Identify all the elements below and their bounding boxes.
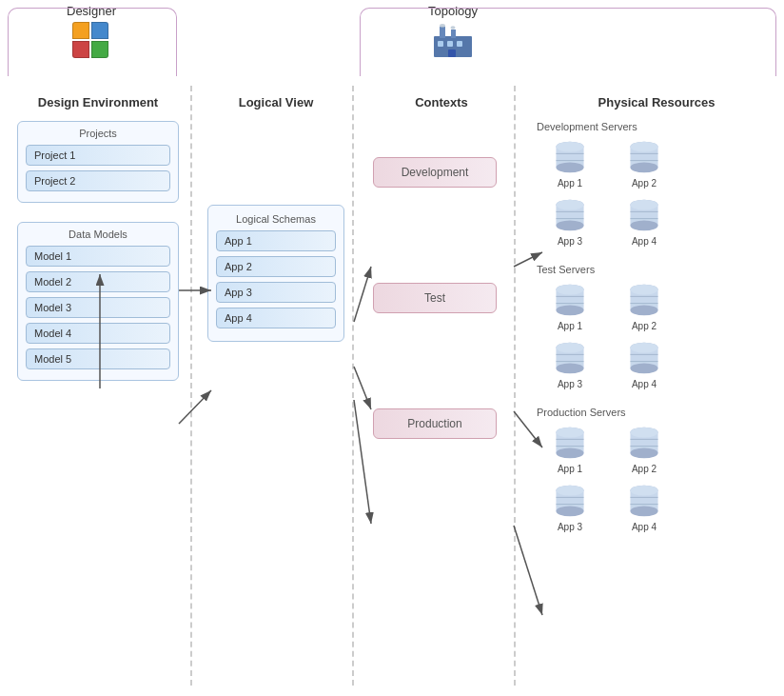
prod-server-label-4: App 4	[632, 522, 657, 532]
prod-server-app4: App 4	[611, 482, 677, 532]
model-4[interactable]: Model 4	[26, 323, 170, 344]
dev-server-label-3: App 3	[558, 236, 582, 247]
test-server-app4: App 4	[611, 339, 677, 389]
svg-point-72	[556, 486, 583, 496]
test-server-label-4: App 4	[632, 379, 657, 389]
svg-point-29	[630, 220, 657, 230]
svg-point-53	[630, 363, 657, 373]
logical-view-column: Logical View Logical Schemas App 1 App 2…	[200, 95, 352, 342]
test-db-icon-4	[623, 339, 665, 377]
prod-servers-title: Production Servers	[537, 407, 776, 418]
columns-area: Design Environment Projects Project 1 Pr…	[0, 95, 784, 549]
svg-point-23	[556, 220, 583, 230]
topology-label: Topology	[428, 4, 478, 18]
prod-db-icon-3	[549, 482, 591, 520]
dev-db-icon-3	[549, 196, 591, 234]
physical-resources-column: Physical Resources Development Servers	[518, 95, 784, 549]
prod-db-icon-2	[623, 424, 665, 462]
dev-db-icon-2	[623, 138, 665, 176]
svg-point-47	[556, 363, 583, 373]
designer-icon	[72, 22, 110, 60]
design-env-title: Design Environment	[17, 95, 179, 109]
physical-title: Physical Resources	[537, 95, 776, 109]
dev-server-app4: App 4	[611, 196, 677, 247]
svg-rect-7	[457, 41, 462, 47]
test-server-grid: App 1 App 2	[537, 281, 776, 389]
svg-point-77	[630, 506, 657, 516]
development-servers-group: Development Servers App 1	[537, 121, 776, 247]
model-5[interactable]: Model 5	[26, 348, 170, 369]
prod-server-label-3: App 3	[558, 522, 582, 532]
project-2[interactable]: Project 2	[26, 170, 170, 191]
model-2[interactable]: Model 2	[26, 271, 170, 292]
schema-app-3[interactable]: App 3	[216, 282, 336, 303]
svg-point-3	[440, 24, 445, 28]
test-db-icon-3	[549, 339, 591, 377]
dev-server-grid: App 1 App 2	[537, 138, 776, 247]
topology-header: Topology	[428, 4, 478, 60]
logical-schemas-title: Logical Schemas	[216, 213, 336, 225]
projects-box: Projects Project 1 Project 2	[17, 121, 179, 203]
top-header: Designer Topology	[0, 0, 784, 15]
test-servers-title: Test Servers	[537, 264, 776, 275]
data-models-box: Data Models Model 1 Model 2 Model 3 Mode…	[17, 222, 179, 381]
dev-servers-title: Development Servers	[537, 121, 776, 132]
prod-db-icon-4	[623, 482, 665, 520]
svg-rect-5	[438, 41, 443, 47]
svg-point-48	[556, 343, 583, 353]
schema-app-2[interactable]: App 2	[216, 256, 336, 277]
svg-point-36	[556, 285, 583, 295]
designer-label: Designer	[67, 4, 116, 18]
svg-point-65	[630, 447, 657, 458]
logical-view-title: Logical View	[207, 95, 344, 109]
production-servers-group: Production Servers App 1	[537, 407, 776, 532]
svg-rect-1	[440, 27, 445, 38]
svg-point-60	[556, 428, 583, 438]
svg-point-24	[556, 200, 583, 210]
dev-server-label-2: App 2	[632, 178, 657, 189]
schema-app-1[interactable]: App 1	[216, 230, 336, 251]
dev-db-icon-4	[623, 196, 665, 234]
context-production[interactable]: Production	[373, 408, 497, 439]
svg-point-42	[630, 285, 657, 295]
prod-server-app1: App 1	[537, 424, 603, 474]
test-server-app2: App 2	[611, 281, 677, 331]
contexts-title: Contexts	[373, 95, 510, 109]
model-1[interactable]: Model 1	[26, 246, 170, 267]
projects-title: Projects	[26, 128, 170, 139]
prod-server-label-2: App 2	[632, 464, 657, 474]
model-3[interactable]: Model 3	[26, 297, 170, 318]
svg-point-35	[556, 305, 583, 315]
svg-point-71	[556, 506, 583, 516]
svg-point-78	[630, 486, 657, 496]
topology-icon	[432, 22, 474, 60]
svg-point-11	[556, 162, 583, 172]
dev-server-label-4: App 4	[632, 236, 657, 247]
contexts-column: Contexts Development Test Production	[365, 95, 518, 439]
test-db-icon-2	[623, 281, 665, 319]
svg-point-59	[556, 447, 583, 458]
topology-bracket	[360, 8, 776, 76]
design-env-column: Design Environment Projects Project 1 Pr…	[8, 95, 188, 394]
svg-point-17	[630, 162, 657, 172]
svg-point-41	[630, 305, 657, 315]
prod-server-label-1: App 1	[558, 464, 582, 474]
svg-rect-6	[447, 41, 453, 47]
prod-server-grid: App 1 App 2	[537, 424, 776, 532]
context-development[interactable]: Development	[373, 157, 497, 188]
svg-rect-2	[451, 30, 456, 38]
context-test[interactable]: Test	[373, 283, 497, 313]
project-1[interactable]: Project 1	[26, 145, 170, 166]
svg-point-30	[630, 200, 657, 210]
dev-server-app3: App 3	[537, 196, 603, 247]
svg-point-66	[630, 428, 657, 438]
schema-app-4[interactable]: App 4	[216, 308, 336, 328]
svg-point-18	[630, 142, 657, 152]
svg-point-4	[451, 26, 456, 30]
data-models-title: Data Models	[26, 229, 170, 240]
svg-rect-8	[448, 50, 456, 57]
designer-header: Designer	[67, 4, 116, 60]
dev-server-label-1: App 1	[558, 178, 582, 189]
dev-server-app1: App 1	[537, 138, 603, 189]
test-server-app1: App 1	[537, 281, 603, 331]
